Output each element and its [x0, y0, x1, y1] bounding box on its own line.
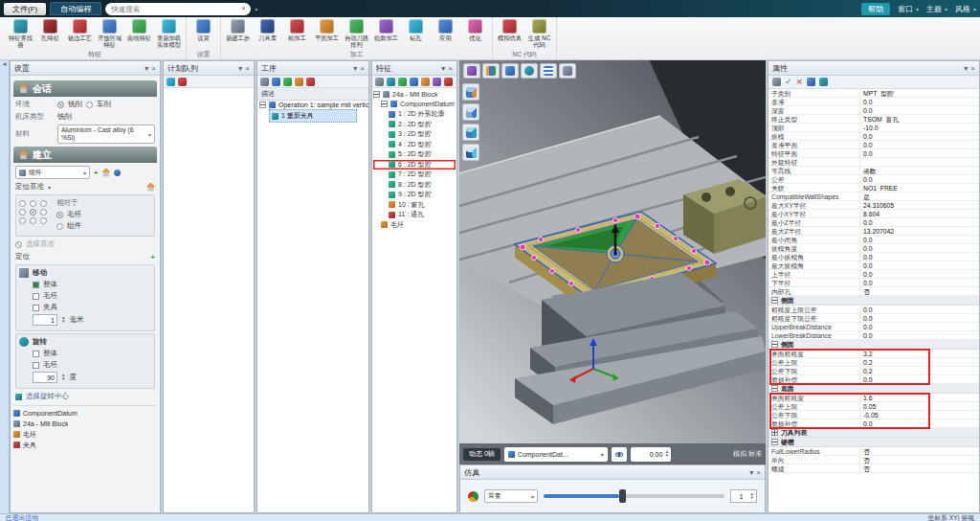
axis-radio[interactable] — [19, 200, 26, 207]
property-row[interactable]: 螺旋 否 — [768, 464, 979, 473]
operation-child-row-selected[interactable]: 1 重新夹具 — [269, 109, 357, 123]
property-row[interactable]: 表面粗糙度 3.2 — [768, 350, 979, 358]
property-row[interactable]: 最小Z半径 0.0 — [768, 218, 979, 227]
model-tree-icon[interactable] — [463, 63, 480, 79]
ribbon-button[interactable]: 铣边工艺 — [65, 17, 95, 49]
property-row[interactable]: 最大XY半径 24.310605 — [768, 201, 979, 210]
property-row[interactable]: 粗糙度下限公差 0.0 — [768, 314, 979, 323]
edit-operation-icon[interactable] — [272, 78, 280, 86]
delete-operation-icon[interactable] — [306, 78, 315, 86]
property-row[interactable]: UpperBreakDistance 0.0 — [768, 323, 979, 331]
file-menu-button[interactable]: 文件(F) — [4, 3, 46, 15]
property-row[interactable]: 等高线 函数 — [768, 167, 979, 175]
collapse-icon[interactable] — [771, 385, 778, 392]
property-value[interactable]: -0.05 — [860, 411, 979, 419]
property-value[interactable]: 13.207042 — [860, 227, 979, 235]
checkbox-stock[interactable] — [33, 293, 39, 300]
property-row[interactable]: 最大拔模角 0.0 — [768, 261, 979, 270]
property-row[interactable]: 最小XY半径 8.604 — [768, 210, 979, 218]
ribbon-button[interactable]: 平面加工 — [312, 17, 342, 49]
style-menu[interactable]: 风格▾ — [955, 4, 976, 14]
property-row[interactable]: 子类别 MPT_型腔 — [768, 89, 979, 98]
component-dropdown[interactable]: 组件 ▾ — [15, 166, 90, 179]
property-value[interactable]: 8.604 — [860, 210, 979, 217]
property-row[interactable]: 最大Z半径 13.207042 — [768, 227, 979, 236]
property-row[interactable]: 公差下限 0.2 — [768, 367, 979, 375]
panel-menu-icon[interactable]: ▾ — [353, 64, 357, 73]
grid-icon[interactable] — [540, 63, 557, 79]
chevron-down-icon[interactable]: ▾ — [48, 184, 51, 191]
find-feature-icon[interactable] — [387, 78, 395, 86]
property-value[interactable]: 24.310605 — [860, 201, 979, 209]
panel-menu-icon[interactable]: ▾ — [749, 468, 753, 477]
add-position-icon[interactable]: + — [151, 253, 155, 261]
ribbon-button[interactable]: 应用 — [431, 17, 460, 49]
viewport-3d[interactable] — [459, 60, 766, 443]
edit-feature-icon[interactable] — [410, 78, 418, 86]
axis-radio[interactable] — [19, 217, 26, 224]
axis-radio[interactable] — [40, 209, 47, 215]
axis-radio[interactable] — [30, 217, 36, 224]
apply-check-icon[interactable]: ✓ — [785, 78, 792, 86]
property-row[interactable]: 公差上限 0.2 — [768, 358, 979, 367]
ribbon-button[interactable]: 刀具库 — [253, 17, 282, 49]
property-value[interactable]: 0.0 — [860, 236, 979, 243]
search-input[interactable] — [111, 5, 237, 13]
section-side2-header[interactable]: 侧面 — [768, 340, 979, 350]
property-value[interactable]: 0.2 — [860, 358, 979, 366]
property-row[interactable]: 特征平面 0.0 — [768, 149, 979, 158]
sort-feature-icon[interactable] — [421, 78, 430, 86]
property-value[interactable]: 0.0 — [860, 106, 979, 114]
ribbon-button[interactable]: 孔特征 — [35, 17, 65, 49]
property-value[interactable]: 函数 — [860, 167, 979, 174]
session-section-header[interactable]: 会话 — [13, 80, 157, 97]
spinner-icons[interactable]: ▲▼ — [61, 374, 65, 382]
feature-item[interactable]: 11 : 通孔 — [373, 210, 456, 220]
window-menu[interactable]: 窗口▾ — [898, 4, 919, 14]
move-view-icon[interactable] — [501, 63, 519, 79]
property-row[interactable]: 下半径 0.0 — [768, 279, 979, 287]
display-list-icon[interactable] — [559, 63, 576, 79]
property-row[interactable]: 基准平面 0.0 — [768, 141, 979, 149]
setup-section-header[interactable]: 建立 — [13, 147, 157, 163]
feature-item[interactable]: 7 : 2D 型腔 — [373, 170, 456, 180]
show-feature-icon[interactable] — [398, 78, 407, 86]
flag-icon[interactable] — [178, 78, 187, 86]
ribbon-button[interactable]: 新建工步 — [223, 17, 253, 49]
property-value[interactable]: -10.0 — [860, 124, 979, 131]
property-value[interactable]: 是 — [860, 193, 979, 200]
property-value[interactable]: 0.0 — [860, 253, 979, 260]
feature-item[interactable]: 3 : 2D 型腔 — [373, 129, 456, 140]
property-value[interactable]: MPT_型腔 — [860, 89, 979, 97]
cancel-x-icon[interactable]: × — [796, 78, 804, 86]
feature-item[interactable]: 5 : 2D 型腔 — [373, 149, 456, 160]
property-row[interactable]: 内部孔 否 — [768, 287, 979, 296]
property-row[interactable]: 公差下限 -0.05 — [768, 411, 979, 419]
feature-item[interactable]: 8 : 2D 型腔 — [373, 180, 456, 191]
ribbon-button[interactable]: 自动刀路排列 — [342, 17, 371, 49]
property-row[interactable]: CompatibleWallShapes 是 — [768, 193, 979, 201]
feature-datum-row[interactable]: ComponentDatum — [373, 100, 456, 110]
collapse-icon[interactable] — [771, 297, 778, 304]
collapse-icon[interactable] — [771, 341, 778, 348]
property-row[interactable]: 最小拔模角 0.0 — [768, 253, 979, 261]
analysis-chart-icon[interactable] — [482, 63, 500, 79]
step-count-stepper[interactable]: 1 ▲▼ — [730, 489, 757, 503]
axis-radio[interactable] — [30, 209, 36, 215]
close-icon[interactable]: × — [360, 64, 365, 73]
radio-turning[interactable] — [86, 102, 93, 108]
ribbon-button[interactable]: 生成 NC 代码 — [524, 17, 554, 49]
axis-radio[interactable] — [40, 217, 47, 224]
close-icon[interactable]: × — [970, 64, 975, 73]
help-button[interactable]: 帮助 — [861, 3, 890, 15]
reorder-icon[interactable] — [295, 78, 303, 86]
collapse-icon[interactable] — [771, 439, 778, 445]
section-bottom-header[interactable]: 底面 — [768, 384, 979, 394]
ribbon-button[interactable]: 轮廓加工 — [371, 17, 401, 49]
close-icon[interactable]: × — [756, 468, 761, 477]
property-row[interactable]: 单向 否 — [768, 456, 979, 464]
property-value[interactable]: 0.0 — [860, 98, 979, 105]
search-dropdown-icon[interactable]: ▾ — [242, 5, 246, 12]
grid-view-icon[interactable] — [772, 78, 781, 86]
quick-search[interactable]: ▾ — [105, 3, 251, 15]
